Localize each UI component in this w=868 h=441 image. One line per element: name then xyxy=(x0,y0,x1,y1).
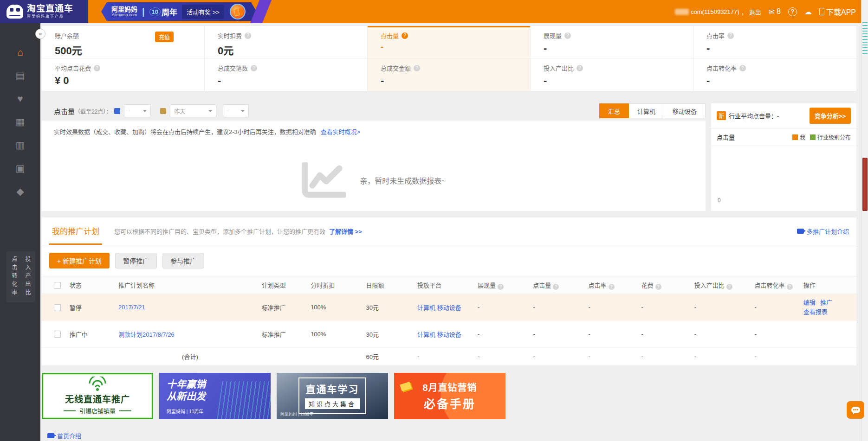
sidebar-item-tools[interactable]: ▣ xyxy=(0,157,40,180)
legend-industry-swatch xyxy=(810,134,816,140)
help-icon[interactable]: ? xyxy=(94,65,100,71)
mail-icon[interactable]: ✉ 8 xyxy=(769,7,781,16)
tab-summary[interactable]: 汇总 xyxy=(599,103,629,118)
banner-learning[interactable]: 直通车学习 知识点大集合 阿里妈妈 | 10周年 xyxy=(277,373,388,419)
help-icon[interactable]: ? xyxy=(727,32,734,39)
select-all-checkbox[interactable] xyxy=(54,282,61,289)
help-icon[interactable]: ? xyxy=(739,65,746,71)
stat-card-clicks[interactable]: 点击量? - xyxy=(368,26,531,58)
platform-pc-link[interactable]: 计算机 xyxy=(417,331,435,338)
logout-link[interactable]: 退出 xyxy=(749,7,761,16)
pause-campaign-button[interactable]: 暂停推广 xyxy=(115,253,157,268)
tab-computer[interactable]: 计算机 xyxy=(629,103,664,118)
banner-august-handbook[interactable]: 8月直钻营销 必备手册 xyxy=(394,373,505,419)
help-icon[interactable]: ? xyxy=(787,284,793,290)
customer-service-chat-button[interactable] xyxy=(847,401,864,419)
tab-my-campaigns[interactable]: 我的推广计划 xyxy=(49,217,102,245)
scrollbar-find-marks xyxy=(862,22,868,54)
row-checkbox[interactable] xyxy=(54,304,61,311)
main-content: 账户余额 500元 充值 实时扣费? 0元 点击量? - 展现量? - 点击率?… xyxy=(40,23,861,441)
recharge-button[interactable]: 充值 xyxy=(155,32,174,42)
cloud-icon[interactable]: ☁ xyxy=(804,7,812,16)
help-icon[interactable]: ? xyxy=(498,284,504,290)
sidebar-item-gallery[interactable]: ▥ xyxy=(0,134,40,157)
app-logo[interactable]: 淘宝直通车 阿里妈妈旗下产品 xyxy=(0,0,88,23)
help-icon[interactable]: ? xyxy=(564,32,571,39)
user-name-blurred xyxy=(675,9,689,15)
help-icon[interactable]: ? xyxy=(577,65,583,71)
banner-line1: 8月直钻营销 xyxy=(422,380,477,394)
gallery-icon: ▥ xyxy=(16,140,25,151)
app-title: 淘宝直通车 xyxy=(27,4,73,14)
legend-industry: 行业级别分布 xyxy=(810,133,851,141)
sidebar-item-shop[interactable]: ▤ xyxy=(0,64,40,87)
stat-card-roi[interactable]: 投入产出比? - xyxy=(531,58,693,91)
platform-mobile-link[interactable]: 移动设备 xyxy=(437,331,461,338)
anniversary-promo-banner[interactable]: 阿里妈妈 Alimama.com | 10 周年 活动有奖 >> xyxy=(101,2,257,21)
empty-chart-text: 亲，暂时未生成数据报表~ xyxy=(360,175,446,186)
campaign-name-link[interactable]: 测款计划2017/8/7/26 xyxy=(118,331,175,338)
help-icon[interactable]: ? xyxy=(726,284,732,290)
download-app-link[interactable]: 下载APP xyxy=(819,6,856,17)
help-icon[interactable]: ? xyxy=(402,32,408,39)
edit-link[interactable]: 编辑 xyxy=(803,299,816,306)
help-icon[interactable]: ? xyxy=(245,32,251,39)
col-ctr: 点击率? xyxy=(589,276,641,294)
video-icon xyxy=(797,229,804,234)
row-checkbox[interactable] xyxy=(54,331,61,338)
help-icon[interactable]: ? xyxy=(251,65,257,71)
tab-mobile[interactable]: 移动设备 xyxy=(664,103,706,118)
sidebar-item-report[interactable]: ▦ xyxy=(0,110,40,134)
stat-card-avg-click-cost[interactable]: 平均点击花费? ¥ 0 xyxy=(42,58,205,91)
realtime-overview-link[interactable]: 查看实时概况> xyxy=(321,128,361,135)
user-account[interactable]: com(1150932177) xyxy=(691,8,739,15)
promo-activity-link[interactable]: 活动有奖 >> xyxy=(182,5,224,19)
briefcase-icon: ▣ xyxy=(16,163,25,174)
legend-mine-swatch xyxy=(792,134,798,140)
help-icon[interactable]: ? xyxy=(414,65,420,71)
stat-card-total-orders[interactable]: 总成交笔数? - xyxy=(205,58,368,91)
sidebar-item-gem[interactable]: ◆ xyxy=(0,180,40,203)
stat-card-balance[interactable]: 账户余额 500元 充值 xyxy=(42,26,205,58)
multi-campaign-intro-link[interactable]: 多推广计划介绍 xyxy=(797,227,849,236)
platform-mobile-link[interactable]: 移动设备 xyxy=(437,304,461,311)
new-badge: 新 xyxy=(717,111,726,120)
banner-wireless-promo[interactable]: 无线直通车推广 引爆店铺销量 xyxy=(42,373,153,419)
banner-ten-years[interactable]: 十年赢销 从新出发 阿里妈妈 | 10周年 xyxy=(159,373,271,419)
sidebar-collapse-button[interactable]: « xyxy=(35,29,45,39)
total-daily-limit: 60元 xyxy=(366,348,417,365)
metrics-drawer-handle[interactable]: 点击转化率 投入产出比 xyxy=(6,251,35,302)
banner-line2: 必备手册 xyxy=(424,395,476,411)
stat-card-cvr[interactable]: 点击转化率? - xyxy=(693,58,856,91)
stat-card-total-gmv[interactable]: 总成交金额? - xyxy=(368,58,531,91)
empty-chart-icon xyxy=(301,162,346,198)
join-campaign-button[interactable]: 参与推广 xyxy=(162,253,204,268)
help-icon[interactable]: ? xyxy=(609,284,615,290)
page-scrollbar[interactable] xyxy=(861,0,868,441)
status-badge: 推广中 xyxy=(70,321,118,348)
campaign-name-link[interactable]: 2017/7/21 xyxy=(118,304,145,311)
date-dropdown[interactable]: 昨天 xyxy=(170,104,216,117)
competition-analysis-button[interactable]: 竞争分析>> xyxy=(810,108,851,124)
help-icon[interactable]: ? xyxy=(788,7,797,16)
help-icon[interactable]: ? xyxy=(655,284,661,290)
series2-dropdown[interactable]: - xyxy=(223,104,249,117)
banner-line1: 十年赢销 xyxy=(167,378,271,390)
platform-pc-link[interactable]: 计算机 xyxy=(417,304,435,311)
help-icon[interactable]: ? xyxy=(553,284,559,290)
stat-card-impressions[interactable]: 展现量? - xyxy=(531,26,693,58)
promote-link[interactable]: 推广 xyxy=(820,299,832,306)
stat-card-ctr[interactable]: 点击率? - xyxy=(693,26,856,58)
top-header: 淘宝直通车 阿里妈妈旗下产品 阿里妈妈 Alimama.com | 10 周年 … xyxy=(0,0,868,23)
sidebar-item-home[interactable]: ⌂ xyxy=(0,41,40,64)
view-report-link[interactable]: 查看报表 xyxy=(803,308,828,315)
sidebar-item-favorites[interactable]: ♥ xyxy=(0,87,40,110)
table-header-row: 状态 推广计划名称 计划类型 分时折扣 日限额 投放平台 展现量? 点击量? 点… xyxy=(42,276,856,294)
new-campaign-button[interactable]: + 新建推广计划 xyxy=(49,253,110,268)
series1-dropdown[interactable]: - xyxy=(124,104,151,117)
total-label: (合计) xyxy=(118,348,262,365)
scrollbar-thumb[interactable] xyxy=(862,158,868,211)
homepage-intro-link[interactable]: 首页介绍 xyxy=(42,431,856,440)
learn-more-link[interactable]: 了解详情 >> xyxy=(329,227,362,236)
stat-card-realtime-cost[interactable]: 实时扣费? 0元 xyxy=(205,26,368,58)
